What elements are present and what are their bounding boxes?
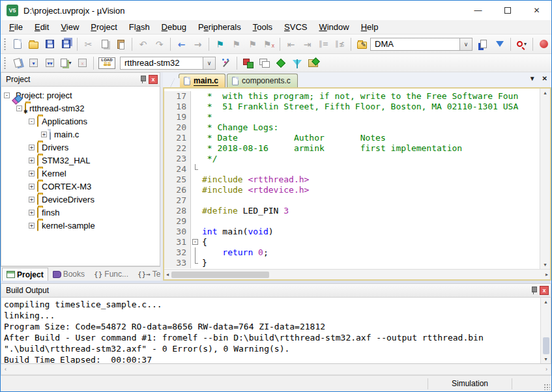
fold-margin[interactable] bbox=[190, 91, 199, 102]
close-document-button[interactable]: ✕ bbox=[542, 75, 547, 82]
fold-margin[interactable] bbox=[190, 195, 199, 206]
start-stop-debug-button[interactable]: ▾ bbox=[514, 36, 530, 52]
build-button[interactable]: ▾ bbox=[25, 55, 42, 71]
collapse-icon[interactable]: - bbox=[16, 105, 22, 111]
toggle-bookmark-button[interactable]: ⚑ bbox=[212, 36, 228, 52]
fold-margin[interactable] bbox=[190, 247, 199, 258]
pack-installer-button[interactable] bbox=[305, 55, 321, 71]
tab-books[interactable]: Books bbox=[48, 268, 89, 281]
expand-icon[interactable]: + bbox=[29, 184, 35, 189]
options-for-target-button[interactable] bbox=[218, 55, 234, 71]
code-editor[interactable]: 17 * with this program; if not, write to… bbox=[164, 89, 540, 269]
resize-grip[interactable] bbox=[544, 384, 550, 390]
fold-margin[interactable] bbox=[190, 133, 199, 143]
translate-button[interactable] bbox=[9, 55, 25, 71]
hscroll-thumb[interactable] bbox=[171, 272, 269, 278]
code-line-31[interactable]: 31-{ bbox=[164, 237, 540, 247]
project-panel-close-button[interactable]: x bbox=[149, 75, 158, 84]
copy-button[interactable] bbox=[96, 36, 113, 52]
navigate-forward-button[interactable]: → bbox=[190, 36, 206, 52]
uncomment-button[interactable]: ∥≴ bbox=[332, 36, 348, 52]
build-scroll-left-icon[interactable]: ‹ bbox=[5, 366, 7, 372]
menu-svcs[interactable]: SVCS bbox=[278, 21, 313, 33]
editor-tab-components-c[interactable]: components.c bbox=[227, 74, 298, 87]
code-line-25[interactable]: 25#include <rtthread.h> bbox=[164, 175, 540, 185]
tree-item-main-c[interactable]: +main.c bbox=[4, 128, 160, 141]
minimize-button[interactable]: — bbox=[463, 1, 493, 20]
collapse-icon[interactable]: - bbox=[29, 119, 35, 124]
editor-vertical-scrollbar[interactable]: ▴ ▾ bbox=[540, 89, 550, 269]
prev-bookmark-button[interactable]: ⚑ bbox=[228, 36, 244, 52]
code-line-29[interactable]: 29 bbox=[164, 216, 540, 227]
find-combobox[interactable]: DMA bbox=[370, 38, 460, 51]
fold-margin[interactable] bbox=[190, 122, 199, 133]
code-line-33[interactable]: 33} bbox=[164, 258, 540, 268]
navigate-back-button[interactable]: ← bbox=[173, 36, 190, 52]
expand-icon[interactable]: + bbox=[29, 171, 35, 176]
save-button[interactable] bbox=[42, 36, 58, 52]
unindent-button[interactable]: ⇤ bbox=[283, 36, 299, 52]
fold-margin[interactable] bbox=[190, 164, 199, 175]
build-horizontal-scrollbar[interactable]: ‹ › bbox=[1, 364, 551, 375]
paste-button[interactable] bbox=[113, 36, 129, 52]
code-line-19[interactable]: 19 * bbox=[164, 112, 540, 122]
fold-margin[interactable] bbox=[190, 185, 199, 195]
build-vertical-scrollbar[interactable]: ▴ ▾ bbox=[540, 298, 551, 363]
code-line-20[interactable]: 20 * Change Logs: bbox=[164, 122, 540, 133]
code-line-17[interactable]: 17 * with this program; if not, write to… bbox=[164, 91, 540, 102]
code-line-32[interactable]: 32 return 0; bbox=[164, 247, 540, 258]
editor-tab-main-c[interactable]: main.c bbox=[179, 74, 225, 87]
open-file-button[interactable] bbox=[25, 36, 42, 52]
expand-icon[interactable]: + bbox=[29, 210, 35, 216]
menu-flash[interactable]: Flash bbox=[123, 21, 156, 33]
fold-margin[interactable] bbox=[190, 102, 199, 112]
code-line-22[interactable]: 22 * 2018-08-16 armink first implementat… bbox=[164, 143, 540, 154]
fold-margin[interactable] bbox=[190, 206, 199, 216]
batch-build-button[interactable]: ▾ bbox=[58, 55, 74, 71]
code-line-24[interactable]: 24 bbox=[164, 164, 540, 175]
menu-file[interactable]: File bbox=[3, 21, 29, 33]
tree-item-drivers[interactable]: +Drivers bbox=[4, 141, 160, 154]
manage-multi-project-button[interactable] bbox=[256, 55, 272, 71]
tree-item-kernel[interactable]: +Kernel bbox=[4, 167, 160, 180]
rebuild-button[interactable]: ▾▾ bbox=[42, 55, 58, 71]
scroll-left-icon[interactable]: ◂ bbox=[166, 272, 169, 277]
expand-icon[interactable]: + bbox=[29, 197, 35, 203]
build-vscroll-thumb[interactable] bbox=[543, 337, 549, 354]
build-scroll-up-icon[interactable]: ▴ bbox=[544, 299, 547, 305]
tree-item-cortex-m3[interactable]: +CORTEX-M3 bbox=[4, 180, 160, 193]
scroll-up-icon[interactable]: ▴ bbox=[544, 90, 546, 96]
menu-help[interactable]: Help bbox=[355, 21, 385, 33]
find-combobox-dropdown[interactable]: ∨ bbox=[460, 38, 472, 51]
expand-icon[interactable]: + bbox=[29, 158, 35, 163]
undo-button[interactable]: ↶ bbox=[135, 36, 151, 52]
menu-peripherals[interactable]: Peripherals bbox=[192, 21, 247, 33]
fold-margin[interactable] bbox=[190, 112, 199, 122]
cut-button[interactable]: ✂ bbox=[80, 36, 96, 52]
comment-button[interactable]: ∥≡ bbox=[315, 36, 332, 52]
build-scroll-right-icon[interactable]: › bbox=[545, 366, 547, 372]
tree-item-applications[interactable]: -Applications bbox=[4, 115, 160, 128]
code-line-27[interactable]: 27 bbox=[164, 195, 540, 206]
expand-icon[interactable]: + bbox=[29, 145, 35, 150]
fold-margin[interactable] bbox=[190, 216, 199, 227]
redo-button[interactable]: ↷ bbox=[151, 36, 167, 52]
tree-item-stm32-hal[interactable]: +STM32_HAL bbox=[4, 154, 160, 167]
menu-edit[interactable]: Edit bbox=[29, 21, 55, 33]
download-button[interactable]: LOAD⇊⇊ bbox=[96, 55, 117, 71]
tab-functions[interactable]: {}Func... bbox=[89, 268, 133, 281]
menu-window[interactable]: Window bbox=[313, 21, 355, 33]
target-combobox-dropdown[interactable]: ∨ bbox=[203, 57, 216, 70]
fold-margin[interactable] bbox=[190, 175, 199, 185]
expand-icon[interactable]: + bbox=[29, 223, 35, 229]
build-scroll-down-icon[interactable]: ▾ bbox=[544, 356, 547, 362]
code-line-21[interactable]: 21 * Date Author Notes bbox=[164, 133, 540, 143]
editor-horizontal-scrollbar[interactable]: ◂ ▸ bbox=[164, 269, 550, 279]
fold-margin[interactable] bbox=[190, 227, 199, 237]
target-combobox[interactable]: rtthread-stm32 bbox=[120, 57, 203, 70]
scroll-right-icon[interactable]: ▸ bbox=[545, 272, 548, 277]
code-line-23[interactable]: 23 */ bbox=[164, 154, 540, 164]
pin-icon[interactable] bbox=[139, 75, 146, 84]
tree-item-project-project[interactable]: -Project: project bbox=[4, 89, 160, 102]
select-software-packs-button[interactable] bbox=[289, 55, 305, 71]
